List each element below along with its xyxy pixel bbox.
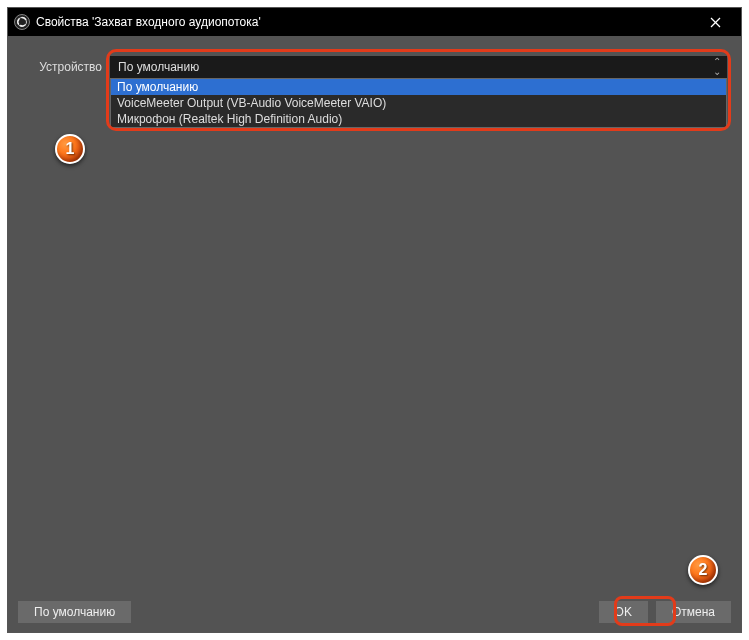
- device-dropdown: По умолчанию VoiceMeeter Output (VB-Audi…: [110, 78, 727, 128]
- chevron-updown-icon: ⌃⌄: [713, 57, 721, 77]
- dialog-footer: По умолчанию OK Отмена: [8, 592, 741, 632]
- ok-button[interactable]: OK: [599, 601, 648, 623]
- close-icon: [710, 17, 721, 28]
- close-button[interactable]: [695, 8, 735, 36]
- obs-icon: [14, 14, 30, 30]
- defaults-button[interactable]: По умолчанию: [18, 601, 131, 623]
- device-label: Устройство: [22, 56, 110, 74]
- annotation-marker-1: 1: [55, 134, 85, 164]
- titlebar: Свойства 'Захват входного аудиопотока': [8, 8, 741, 36]
- device-selected-value: По умолчанию: [118, 60, 199, 74]
- device-select[interactable]: По умолчанию ⌃⌄: [110, 56, 727, 78]
- properties-dialog: Свойства 'Захват входного аудиопотока' У…: [7, 7, 742, 633]
- device-option[interactable]: VoiceMeeter Output (VB-Audio VoiceMeeter…: [111, 95, 726, 111]
- window-title: Свойства 'Захват входного аудиопотока': [36, 15, 695, 29]
- device-option[interactable]: По умолчанию: [111, 79, 726, 95]
- dialog-content: Устройство По умолчанию ⌃⌄ По умолчанию …: [8, 36, 741, 592]
- cancel-button[interactable]: Отмена: [656, 601, 731, 623]
- device-select-wrap: По умолчанию ⌃⌄ По умолчанию VoiceMeeter…: [110, 56, 727, 78]
- device-option[interactable]: Микрофон (Realtek High Definition Audio): [111, 111, 726, 127]
- device-row: Устройство По умолчанию ⌃⌄ По умолчанию …: [22, 56, 727, 78]
